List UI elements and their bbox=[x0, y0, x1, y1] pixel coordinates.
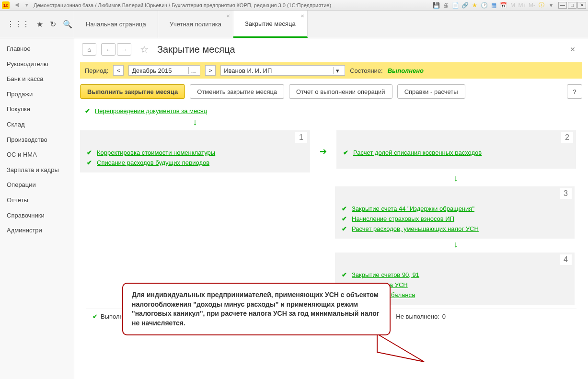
info-icon[interactable]: ⓘ bbox=[538, 2, 545, 9]
op-repost: ✔ Перепроведение документов за месяц bbox=[80, 105, 582, 116]
op-link[interactable]: Расчет расходов, уменьшающих налог УСН bbox=[352, 225, 479, 232]
action-bar: Выполнить закрытие месяца Отменить закры… bbox=[74, 79, 588, 103]
close-page-icon[interactable]: ✕ bbox=[570, 46, 576, 53]
org-value: Иванов И. И. ИП bbox=[224, 67, 272, 74]
arrow-down-icon: ↓ bbox=[329, 172, 582, 184]
info-dropdown-icon[interactable]: ▾ bbox=[548, 2, 554, 9]
calc-button[interactable]: Справки - расчеты bbox=[397, 84, 465, 99]
arrow-right-icon: ➔ bbox=[316, 130, 331, 172]
page-title: Закрытие месяца bbox=[157, 44, 235, 55]
sidebar-item-operations[interactable]: Операции bbox=[0, 177, 74, 193]
check-icon: ✔ bbox=[342, 215, 347, 222]
cancel-close-button[interactable]: Отменить закрытие месяца bbox=[190, 84, 284, 99]
period-select-button[interactable]: … bbox=[188, 67, 197, 74]
top-toolbar: ⋮⋮⋮ ★ ↻ 🔍 Начальная страница Учетная пол… bbox=[0, 11, 588, 38]
block-number: 3 bbox=[560, 188, 572, 199]
sidebar-item-sales[interactable]: Продажи bbox=[0, 87, 74, 102]
op-link[interactable]: Списание расходов будущих периодов bbox=[97, 159, 209, 166]
nav-forward-button[interactable]: → bbox=[117, 43, 131, 56]
callout-tail bbox=[376, 333, 429, 367]
op-link[interactable]: Корректировка стоимости номенклатуры bbox=[97, 149, 215, 156]
period-value: Декабрь 2015 bbox=[132, 67, 172, 74]
workflow: ✔ Перепроведение документов за месяц ↓ 1… bbox=[74, 103, 588, 379]
sidebar-item-salary[interactable]: Зарплата и кадры bbox=[0, 162, 74, 178]
block-1: 1 ✔Корректировка стоимости номенклатуры … bbox=[80, 130, 310, 172]
sidebar-item-main[interactable]: Главное bbox=[0, 41, 74, 57]
org-field[interactable]: Иванов И. И. ИП ▾ bbox=[220, 65, 345, 76]
check-icon: ✔ bbox=[343, 149, 348, 156]
save-icon[interactable]: 💾 bbox=[433, 2, 439, 9]
back-arrow-icon[interactable]: ⮜ bbox=[13, 1, 21, 9]
window-title: Демонстрационная база / Любимов Валерий … bbox=[32, 2, 433, 8]
execute-button[interactable]: Выполнить закрытие месяца bbox=[80, 84, 185, 99]
check-icon: ✔ bbox=[342, 225, 347, 232]
tab-accounting-policy[interactable]: Учетная политика✕ bbox=[158, 11, 233, 38]
favorite-star-icon[interactable]: ☆ bbox=[140, 44, 149, 55]
home-button[interactable]: ⌂ bbox=[82, 43, 96, 56]
doc-icon[interactable]: 📄 bbox=[452, 2, 459, 9]
minimize-button[interactable]: — bbox=[558, 2, 567, 9]
close-button[interactable]: ✕ bbox=[577, 2, 586, 9]
op-link[interactable]: Закрытие счетов 90, 91 bbox=[352, 271, 419, 278]
app-logo: 1c bbox=[2, 1, 10, 9]
op-link[interactable]: Начисление страховых взносов ИП bbox=[352, 215, 454, 222]
org-dropdown-button[interactable]: ▾ bbox=[333, 67, 342, 74]
op-link[interactable]: Расчет долей списания косвенных расходов bbox=[353, 149, 482, 156]
nav-back-button[interactable]: ← bbox=[101, 43, 115, 56]
sidebar-item-reports[interactable]: Отчеты bbox=[0, 193, 74, 208]
page-header: ⌂ ← → ☆ Закрытие месяца ✕ bbox=[74, 38, 588, 62]
status-label: Состояние: bbox=[350, 67, 382, 74]
check-icon: ✔ bbox=[87, 159, 92, 166]
block-2: 2 ✔Расчет долей списания косвенных расхо… bbox=[336, 130, 576, 169]
tabs: Начальная страница Учетная политика✕ Зак… bbox=[74, 11, 308, 38]
notdone-label: Не выполнено: bbox=[396, 313, 439, 320]
sidebar-item-warehouse[interactable]: Склад bbox=[0, 117, 74, 132]
m-plus-icon[interactable]: M+ bbox=[519, 2, 526, 9]
period-bar: Период: < Декабрь 2015 … > Иванов И. И. … bbox=[80, 62, 582, 79]
tab-month-close[interactable]: Закрытие месяца✕ bbox=[233, 11, 308, 38]
calendar-icon[interactable]: 📅 bbox=[500, 2, 507, 9]
link-icon[interactable]: 🔗 bbox=[461, 2, 468, 9]
sidebar-item-production[interactable]: Производство bbox=[0, 132, 74, 148]
print-icon[interactable]: 🖨 bbox=[442, 2, 449, 9]
sidebar: Главное Руководителю Банк и касса Продаж… bbox=[0, 38, 74, 379]
report-button[interactable]: Отчет о выполнении операций bbox=[289, 84, 392, 99]
titlebar-tools: 💾 🖨 📄 🔗 ★ 🕑 ▦ 📅 M M+ M- ⓘ ▾ bbox=[433, 2, 554, 9]
calc-icon[interactable]: ▦ bbox=[490, 2, 497, 9]
m-icon[interactable]: M bbox=[509, 2, 516, 9]
sidebar-item-directories[interactable]: Справочники bbox=[0, 208, 74, 223]
sidebar-item-manager[interactable]: Руководителю bbox=[0, 57, 74, 72]
period-field[interactable]: Декабрь 2015 … bbox=[128, 65, 200, 76]
arrow-down-icon: ↓ bbox=[329, 239, 582, 251]
sidebar-item-bank[interactable]: Банк и касса bbox=[0, 71, 74, 87]
info-callout: Для индивидуальных предпринимателей, при… bbox=[122, 283, 391, 335]
sidebar-item-admin[interactable]: Администри bbox=[0, 223, 74, 238]
op-link[interactable]: Закрытие счета 44 "Издержки обращения" bbox=[352, 205, 474, 212]
dropdown-icon[interactable]: ▾ bbox=[23, 1, 31, 9]
period-prev-button[interactable]: < bbox=[113, 65, 124, 76]
check-icon: ✔ bbox=[342, 271, 347, 278]
m-minus-icon[interactable]: M- bbox=[529, 2, 535, 9]
check-icon: ✔ bbox=[342, 205, 347, 212]
maximize-button[interactable]: □ bbox=[568, 2, 576, 9]
history-icon[interactable]: 🕑 bbox=[481, 2, 487, 9]
apps-icon[interactable]: ⋮⋮⋮ bbox=[7, 20, 30, 29]
search-icon[interactable]: 🔍 bbox=[63, 20, 72, 29]
op-link-repost[interactable]: Перепроведение документов за месяц bbox=[95, 107, 207, 115]
close-icon[interactable]: ✕ bbox=[300, 13, 304, 19]
period-next-button[interactable]: > bbox=[205, 65, 216, 76]
sidebar-item-assets[interactable]: ОС и НМА bbox=[0, 147, 74, 162]
tab-start-page[interactable]: Начальная страница bbox=[74, 11, 158, 38]
sidebar-item-purchases[interactable]: Покупки bbox=[0, 102, 74, 117]
block-3: 3 ✔Закрытие счета 44 "Издержки обращения… bbox=[335, 186, 575, 239]
star-icon[interactable]: ★ bbox=[471, 2, 478, 9]
history-nav-icon[interactable]: ↻ bbox=[50, 20, 56, 29]
toolbar-icons: ⋮⋮⋮ ★ ↻ 🔍 bbox=[0, 11, 74, 38]
favorite-icon[interactable]: ★ bbox=[36, 20, 43, 29]
period-label: Период: bbox=[85, 67, 108, 74]
close-icon[interactable]: ✕ bbox=[226, 13, 230, 19]
block-number: 1 bbox=[295, 132, 307, 143]
content: ⌂ ← → ☆ Закрытие месяца ✕ Период: < Дека… bbox=[74, 38, 588, 379]
help-button[interactable]: ? bbox=[567, 84, 582, 99]
callout-text: Для индивидуальных предпринимателей, при… bbox=[132, 291, 380, 327]
